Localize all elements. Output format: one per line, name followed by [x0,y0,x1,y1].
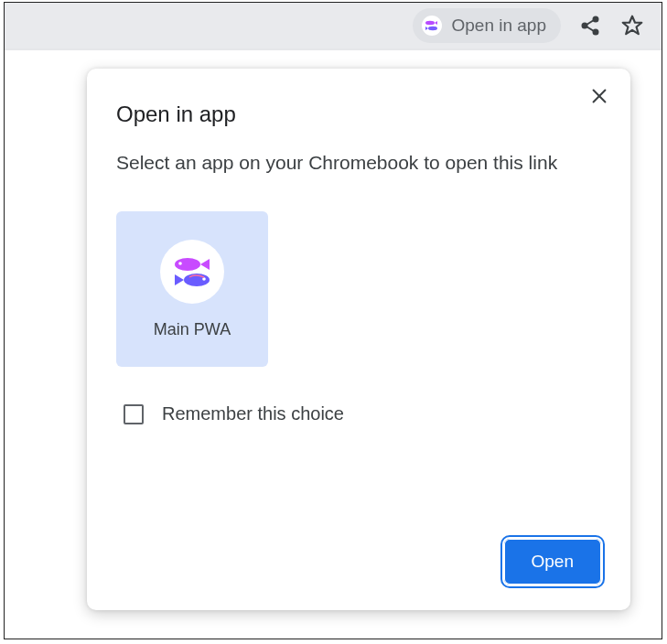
app-tile-main-pwa[interactable]: Main PWA [116,211,268,367]
open-in-app-dialog: Open in app Select an app on your Chrome… [87,69,630,610]
app-tile-label: Main PWA [154,320,231,339]
remember-checkbox[interactable] [124,404,144,424]
app-icon [422,16,442,36]
svg-marker-13 [200,259,210,270]
share-icon[interactable] [577,13,603,38]
svg-line-8 [586,27,594,31]
close-icon[interactable] [585,81,614,111]
svg-point-14 [178,262,182,265]
svg-point-0 [425,21,435,25]
svg-marker-16 [175,274,184,285]
svg-marker-1 [435,21,437,25]
svg-line-7 [586,20,594,25]
svg-marker-3 [425,27,428,30]
svg-point-2 [428,27,437,30]
open-in-app-chip[interactable]: Open in app [413,8,561,43]
fish-icon [160,240,224,304]
chip-label: Open in app [451,16,546,36]
open-button[interactable]: Open [504,539,601,585]
dialog-title: Open in app [116,102,601,127]
svg-point-17 [202,277,206,281]
app-list: Main PWA [116,211,601,367]
svg-point-12 [175,258,200,271]
remember-label: Remember this choice [162,403,344,424]
svg-marker-9 [623,16,642,35]
dialog-subtitle: Select an app on your Chromebook to open… [116,149,583,177]
omnibox-bar: Open in app [5,3,662,50]
star-icon[interactable] [619,13,645,38]
remember-row: Remember this choice [116,403,601,424]
